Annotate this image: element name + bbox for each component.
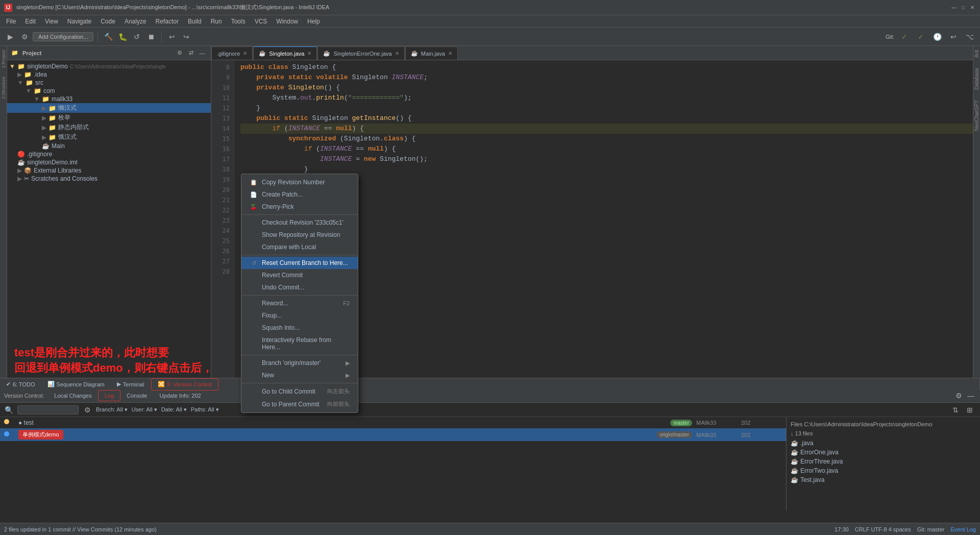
ctx-new[interactable]: New ▶	[241, 369, 358, 381]
git-log-row-demo[interactable]: 单例模式demo origin/master MAllk33 202	[0, 428, 786, 441]
toolbar-build-icon[interactable]: 🔨	[102, 31, 114, 43]
ctx-reset-branch[interactable]: ↺ Reset Current Branch to Here...	[241, 257, 358, 269]
menu-edit[interactable]: Edit	[21, 17, 40, 26]
tab-errorone-close[interactable]: ✕	[395, 51, 399, 56]
project-minimize-icon[interactable]: —	[198, 48, 207, 58]
right-sidebar-neochargpt[interactable]: NeoCharGPT	[974, 100, 979, 131]
bottom-search-input[interactable]	[17, 405, 79, 415]
toolbar-debug-icon[interactable]: 🐛	[116, 31, 129, 43]
ctx-undo-commit[interactable]: Undo Commit...	[241, 281, 358, 294]
tree-src[interactable]: ▼ 📁 src	[7, 79, 211, 87]
bottom-tab-localchanges[interactable]: Local Changes	[48, 391, 97, 401]
right-sidebar-ant[interactable]: Ant	[974, 50, 979, 58]
tab-main-close[interactable]: ✕	[448, 51, 452, 56]
tree-lanzhanshi[interactable]: ▶ 📁 懒汉式	[7, 103, 211, 113]
btm-tab-seqdiagram[interactable]: 📊 Sequence Diagram	[41, 378, 111, 391]
ctx-interactive-rebase[interactable]: Interactively Rebase from Here...	[241, 334, 358, 353]
ctx-checkout[interactable]: Checkout Revision '233c05c1'	[241, 216, 358, 229]
git-revert-icon[interactable]: ↩	[947, 31, 960, 43]
minimize-button[interactable]: —	[950, 4, 958, 11]
menu-tools[interactable]: Tools	[227, 17, 250, 26]
close-button[interactable]: ✕	[969, 4, 976, 11]
tree-root[interactable]: ▼ 📁 singletonDemo C:\Users\Administrator…	[7, 62, 211, 70]
project-settings-icon[interactable]: ⚙	[175, 48, 184, 58]
ctx-revert-commit[interactable]: Revert Commit	[241, 269, 358, 281]
ctx-compare-local[interactable]: Compare with Local	[241, 241, 358, 253]
menu-analyze[interactable]: Analyze	[120, 17, 151, 26]
tab-singleton-close[interactable]: ✕	[307, 51, 311, 56]
bottom-filter-icon[interactable]: ⚙	[83, 405, 92, 415]
git-history-icon[interactable]: 🕐	[931, 31, 943, 43]
ctx-branch-origin[interactable]: Branch 'origin/master' ▶	[241, 357, 358, 369]
menu-window[interactable]: Window	[272, 17, 302, 26]
branch-filter[interactable]: Branch: All ▾	[96, 406, 128, 413]
paths-filter[interactable]: Paths: All ▾	[191, 406, 219, 413]
btm-tab-version-control[interactable]: 🔀 9: Version Control	[151, 378, 218, 391]
menu-refactor[interactable]: Refactor	[152, 17, 183, 26]
sidebar-structure-label2[interactable]: 2:Structure	[1, 77, 6, 99]
bottom-tab-console[interactable]: Console	[120, 391, 153, 401]
project-sync-icon[interactable]: ⇄	[186, 48, 195, 58]
tree-jingtaineibu[interactable]: ▶ 📁 静态内部式	[7, 123, 211, 132]
ctx-fixup[interactable]: Fixup...	[241, 309, 358, 322]
date-filter[interactable]: Date: All ▾	[161, 406, 187, 413]
tree-iml[interactable]: ☕ singletonDemo.iml	[7, 158, 211, 166]
tree-idea[interactable]: ▶ 📁 .idea	[7, 70, 211, 79]
tree-com[interactable]: ▼ 📁 com	[7, 87, 211, 95]
bottom-search-icon[interactable]: 🔍	[4, 405, 13, 415]
tree-main[interactable]: ☕ Main	[7, 142, 211, 150]
btm-tab-terminal[interactable]: ▶ Terminal	[111, 378, 151, 391]
add-configuration-button[interactable]: Add Configuration...	[33, 32, 93, 41]
git-branch-icon[interactable]: ⌥	[964, 31, 976, 43]
menu-vcs[interactable]: VCS	[251, 17, 272, 26]
menu-build[interactable]: Build	[184, 17, 206, 26]
tab-main-java[interactable]: ☕ Main.java ✕	[405, 46, 458, 60]
tree-gitignore[interactable]: 🔴 .gitignore	[7, 150, 211, 158]
menu-file[interactable]: File	[2, 17, 20, 26]
tree-extlibs[interactable]: ▶ 📦 External Libraries	[7, 166, 211, 175]
menu-help[interactable]: Help	[303, 17, 324, 26]
event-log-link[interactable]: Event Log	[950, 526, 976, 532]
sort-icon[interactable]: ⇅	[949, 404, 962, 416]
user-filter[interactable]: User: All ▾	[132, 406, 157, 413]
tab-gitignore-close[interactable]: ✕	[243, 51, 247, 56]
maximize-button[interactable]: □	[960, 4, 967, 11]
ctx-go-parent[interactable]: Go to Parent Commit 向前箭头	[241, 398, 358, 410]
sidebar-structure-label[interactable]: 1:Project	[1, 50, 6, 68]
bottom-minimize-icon[interactable]: —	[966, 391, 976, 401]
toolbar-undo-icon[interactable]: ↩	[166, 31, 178, 43]
tree-mallk33[interactable]: ▼ 📁 mallk33	[7, 95, 211, 103]
tree-ehanshi[interactable]: ▶ 📁 饿汉式	[7, 132, 211, 142]
toolbar-stop-icon[interactable]: ⏹	[145, 31, 157, 43]
ctx-go-child[interactable]: Go to Child Commit 向左箭头	[241, 385, 358, 398]
ctx-cherry-pick[interactable]: 🍒 Cherry-Pick	[241, 201, 358, 213]
ctx-squash[interactable]: Squash Into...	[241, 322, 358, 334]
menu-view[interactable]: View	[41, 17, 62, 26]
tree-scratches[interactable]: ▶ ✂ Scratches and Consoles	[7, 175, 211, 183]
ctx-create-patch[interactable]: 📄 Create Patch...	[241, 188, 358, 201]
git-checkmark-icon[interactable]: ✓	[898, 31, 911, 43]
bottom-tab-log[interactable]: Log	[98, 390, 120, 401]
menu-run[interactable]: Run	[207, 17, 226, 26]
tab-singletonerrorone[interactable]: ☕ SingletonErrorOne.java ✕	[317, 46, 404, 60]
bottom-tab-updateinfo[interactable]: Update Info: 202	[153, 391, 207, 401]
git-log-row-test[interactable]: ● test master MAllk33 202	[0, 417, 786, 428]
toolbar-run-icon[interactable]: ▶	[4, 31, 16, 43]
ctx-copy-revision[interactable]: 📋 Copy Revision Number	[241, 176, 358, 188]
window-controls[interactable]: — □ ✕	[950, 4, 976, 11]
toolbar-settings-icon[interactable]: ⚙	[18, 31, 31, 43]
toolbar-redo-icon[interactable]: ↪	[180, 31, 192, 43]
git-push-icon[interactable]: ✓	[915, 31, 927, 43]
right-sidebar-database[interactable]: Database	[974, 68, 979, 90]
tab-singleton-java[interactable]: ☕ Singleton.java ✕	[253, 46, 317, 60]
bottom-settings-icon[interactable]: ⚙	[953, 391, 964, 401]
btm-tab-todo[interactable]: ✔ 6: TODO	[0, 378, 41, 391]
tab-gitignore[interactable]: .gitignore ✕	[211, 46, 253, 60]
toolbar-refresh-icon[interactable]: ↺	[131, 31, 143, 43]
expand-icon[interactable]: ⊞	[964, 404, 976, 416]
tree-meiju[interactable]: ▶ 📁 枚举	[7, 113, 211, 123]
ctx-reword[interactable]: Reword... F2	[241, 297, 358, 309]
menu-code[interactable]: Code	[96, 17, 119, 26]
ctx-show-repo[interactable]: Show Repository at Revision	[241, 229, 358, 241]
menu-navigate[interactable]: Navigate	[63, 17, 95, 26]
